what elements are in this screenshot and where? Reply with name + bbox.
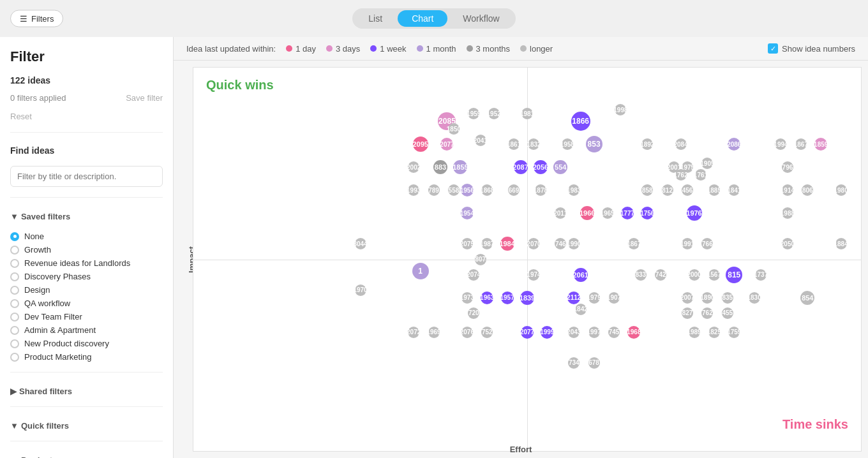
bubble-1890[interactable]: 1890 [701,292,713,304]
bubble-1855[interactable]: 1855 [453,160,467,174]
bubble-1839[interactable]: 1839 [520,291,534,305]
bubble-1878[interactable]: 1878 [535,184,546,196]
bubble-858[interactable]: 858 [641,184,653,196]
filter-item-design[interactable]: Design [10,285,163,295]
filters-button[interactable]: ☰ Filters [10,10,63,27]
filter-item-discovery[interactable]: Discovery Phases [10,272,163,281]
bubble-1759[interactable]: 1759 [728,327,740,338]
save-filter-button[interactable]: Save filter [126,93,163,103]
bubble-1991[interactable]: 1991 [682,238,693,249]
bubble-1[interactable]: 1 [412,263,429,279]
bubble-1999[interactable]: 1999 [541,326,553,339]
bubble-1907[interactable]: 1907 [608,292,620,304]
bubble-1861[interactable]: 1861 [508,138,520,150]
bubble-1867[interactable]: 1867 [795,138,807,150]
bubble-456[interactable]: 456 [682,184,693,196]
bubble-1830[interactable]: 1830 [749,292,760,304]
bubble-1984[interactable]: 1984 [500,237,514,251]
bubble-1841[interactable]: 1841 [728,184,740,196]
radio-discovery[interactable] [10,272,19,281]
tab-list[interactable]: List [354,10,396,27]
bubble-742[interactable]: 742 [655,269,666,281]
bubble-745[interactable]: 745 [608,327,620,338]
bubble-1959[interactable]: 1959 [468,108,479,119]
bubble-2056[interactable]: 2056 [534,160,548,174]
bubble-2061[interactable]: 2061 [574,268,588,282]
bubble-1997[interactable]: 1997 [588,327,600,338]
bubble-3044[interactable]: 3044 [355,238,366,249]
shared-filters-section[interactable]: ▶ Shared filters [10,387,163,396]
bubble-2041[interactable]: 2041 [475,135,486,146]
bubble-1998[interactable]: 1998 [615,104,626,115]
bubble-1988[interactable]: 1988 [782,207,793,219]
tab-chart[interactable]: Chart [398,10,447,27]
bubble-752[interactable]: 752 [481,327,493,338]
bubble-762[interactable]: 762 [701,307,713,319]
filter-item-revenue[interactable]: Revenue ideas for Landlords [10,258,163,268]
bubble-746[interactable]: 746 [555,238,566,249]
bubble-1958[interactable]: 1958 [562,138,573,150]
bubble-2076[interactable]: 2076 [461,327,473,338]
filter-item-productmkt[interactable]: Product Marketing [10,352,163,362]
bubble-766[interactable]: 766 [701,238,713,249]
filter-item-devteam[interactable]: Dev Team Filter [10,312,163,321]
bubble-1973[interactable]: 1973 [461,292,473,304]
search-input[interactable] [10,166,163,187]
bubble-2043[interactable]: 2043 [568,327,580,338]
bubble-1884[interactable]: 1884 [835,238,847,249]
bubble-2011[interactable]: 2011 [555,207,566,219]
bubble-1825[interactable]: 1825 [708,327,720,338]
tab-workflow[interactable]: Workflow [449,10,513,27]
bubble-1866[interactable]: 1866 [571,112,590,131]
bubble-1970[interactable]: 1970 [355,284,366,296]
radio-devteam[interactable] [10,313,19,321]
bubble-1756[interactable]: 1756 [641,207,654,219]
bubble-835[interactable]: 835 [722,292,733,304]
bubble-1885[interactable]: 1885 [708,184,720,196]
bubble-720[interactable]: 720 [468,307,479,319]
radio-productmkt[interactable] [10,353,19,362]
bubble-669[interactable]: 669 [508,184,520,196]
radio-none[interactable] [10,232,19,241]
radio-design[interactable] [10,286,19,295]
bubble-833[interactable]: 833 [635,269,647,281]
filter-item-growth[interactable]: Growth [10,245,163,255]
bubble-1954[interactable]: 1954 [461,207,474,219]
bubble-1832[interactable]: 1832 [528,138,539,150]
bubble-1956[interactable]: 1956 [461,184,474,196]
bubble-1905[interactable]: 1905 [701,158,713,169]
filter-item-admin[interactable]: Admin & Apartment [10,325,163,335]
bubble-1979[interactable]: 1979 [588,292,600,304]
bubble-1990[interactable]: 1990 [568,238,580,249]
saved-filters-section[interactable]: ▼ Saved filters [10,212,163,221]
bubble-2050[interactable]: 2050 [782,238,793,249]
bubble-1777[interactable]: 1777 [621,207,634,219]
filter-item-newproduct[interactable]: New Product discovery [10,339,163,348]
bubble-806[interactable]: 806 [802,184,813,196]
bubble-2095[interactable]: 2095 [413,137,428,152]
reset-button[interactable]: Reset [10,112,32,121]
bubble-554[interactable]: 554 [553,160,567,174]
bubble-2070[interactable]: 2070 [528,238,539,249]
bubble-1952[interactable]: 1952 [488,108,500,119]
bubble-1850[interactable]: 1850 [448,123,460,135]
bubble-2077b[interactable]: 2077 [521,326,534,339]
bubble-1983[interactable]: 1983 [568,184,580,196]
bubble-1981[interactable]: 1981 [521,108,533,119]
bubble-1966[interactable]: 1966 [580,206,594,220]
bubble-789[interactable]: 789 [428,184,440,196]
filter-item-qa[interactable]: QA workflow [10,299,163,308]
bubble-796[interactable]: 796 [782,161,793,173]
bubble-2075[interactable]: 2075 [461,238,473,249]
bubble-1859[interactable]: 1859 [814,138,827,151]
bubble-1969[interactable]: 1969 [428,327,440,338]
bubble-2077[interactable]: 2077 [440,138,453,151]
bubble-1965[interactable]: 1965 [602,207,613,219]
bubble-1842[interactable]: 1842 [575,304,587,315]
radio-revenue[interactable] [10,259,19,268]
radio-admin[interactable] [10,326,19,335]
bubble-2074[interactable]: 2074 [468,269,479,281]
bubble-807[interactable]: 807 [475,254,486,265]
radio-growth[interactable] [10,246,19,255]
bubble-1987[interactable]: 1987 [481,238,493,249]
